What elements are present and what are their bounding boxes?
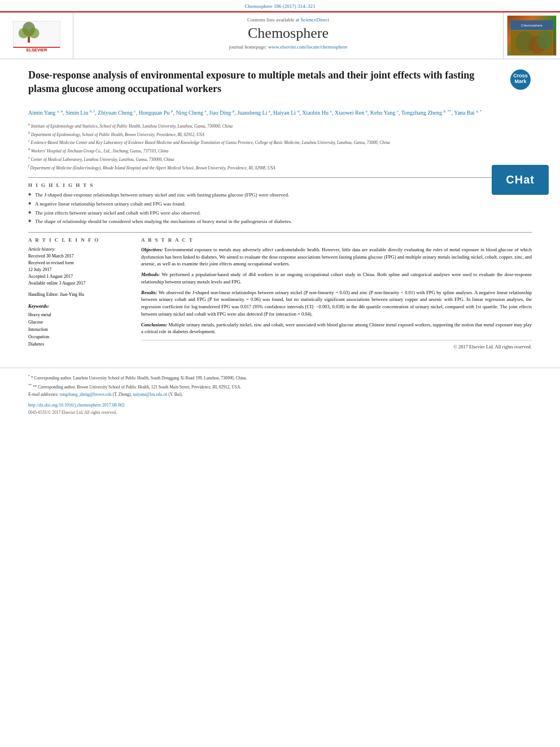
contents-line: Contents lists available at ScienceDirec…: [85, 17, 492, 23]
highlight-item-1: The J-shaped dose-response relationships…: [28, 191, 532, 199]
svg-point-13: [537, 30, 552, 49]
svg-point-2: [18, 28, 28, 38]
affiliation-c: c Evidence-Based Medicine Center and Key…: [28, 138, 532, 146]
highlight-item-4: The shape of relationship should be cons…: [28, 218, 532, 225]
keyword-1: Heavy metal: [28, 312, 130, 319]
corresponding-star: * * Corresponding author. Lanzhou Univer…: [28, 374, 532, 382]
highlight-item-2: A negative linear relationship between u…: [28, 200, 532, 208]
highlight-item-3: The joint effects between urinary nickel…: [28, 209, 532, 217]
available-date: Available online 3 August 2017: [28, 280, 130, 287]
svg-point-3: [29, 28, 39, 38]
svg-text:Mark: Mark: [514, 78, 527, 84]
handling-editor-group: Handling Editor: Jian-Ying Hu: [28, 291, 130, 298]
affiliations: a Institute of Epidemiology and Statisti…: [28, 122, 532, 171]
divider-1: [28, 177, 532, 178]
journal-header: ELSEVIER Contents lists available at Sci…: [0, 11, 560, 59]
results-text: We observed the J-shaped non-linear rela…: [141, 290, 532, 317]
homepage-text: journal homepage:: [229, 44, 268, 50]
affiliation-e: e Center of Medical Laboratory, Lanzhou …: [28, 155, 532, 163]
handling-editor: Handling Editor: Jian-Ying Hu: [28, 291, 130, 298]
abstract-conclusions: Conclusions: Multiple urinary metals, pa…: [141, 321, 532, 336]
highlights-label: H I G H L I G H T S: [28, 182, 532, 188]
revised-label: Received in revised form: [28, 260, 130, 267]
journal-thumbnail: Chemosphere: [507, 15, 557, 56]
received-date: Received 30 March 2017: [28, 253, 130, 260]
divider-2: [28, 232, 532, 233]
article-title: Dose-response analysis of environmental …: [28, 68, 504, 96]
revised-date: 12 July 2017: [28, 267, 130, 273]
title-text-area: Dose-response analysis of environmental …: [28, 68, 504, 102]
keywords-section: Keywords: Heavy metal Glucose Interactio…: [28, 303, 130, 348]
affiliation-b: b Department of Epidemiology, School of …: [28, 130, 532, 138]
affiliation-a: a Institute of Epidemiology and Statisti…: [28, 122, 532, 129]
article-info-label: A R T I C L E I N F O: [28, 237, 130, 243]
title-section: Dose-response analysis of environmental …: [28, 68, 532, 102]
science-direct-link[interactable]: ScienceDirect: [301, 17, 329, 23]
email-link-2[interactable]: naiyana@lzu.edu.cn: [133, 392, 167, 397]
history-group: Article history: Received 30 March 2017 …: [28, 246, 130, 287]
crossmark-logo[interactable]: Cross Mark: [509, 68, 532, 91]
affiliation-d: d Workers' Hospital of Jinchuan Group Co…: [28, 147, 532, 154]
two-column-section: A R T I C L E I N F O Article history: R…: [28, 237, 532, 350]
svg-text:Cross: Cross: [513, 73, 528, 78]
abstract-text: Objectives: Environmental exposure to me…: [141, 246, 532, 335]
methods-text: We performed a population-based study of…: [141, 272, 532, 285]
citation-text: Chemosphere 186 (2017) 314–321: [244, 3, 315, 9]
elsevier-logo-area: ELSEVIER: [0, 12, 73, 59]
article-info-column: A R T I C L E I N F O Article history: R…: [28, 237, 130, 350]
email-attribution-2: (Y. Bai).: [168, 392, 183, 397]
methods-label: Methods:: [141, 272, 160, 277]
footer: * * Corresponding author. Lanzhou Univer…: [0, 368, 560, 421]
journal-name: Chemosphere: [85, 25, 492, 42]
keyword-2: Glucose: [28, 319, 130, 326]
abstract-methods: Methods: We performed a population-based…: [141, 271, 532, 286]
results-label: Results:: [141, 290, 157, 295]
objectives-label: Objectives:: [141, 247, 163, 252]
highlights-section: H I G H L I G H T S The J-shaped dose-re…: [28, 182, 532, 225]
corresponding-double-text: ** Corresponding author. Brown Universit…: [33, 384, 241, 389]
journal-header-center: Contents lists available at ScienceDirec…: [73, 12, 504, 59]
highlights-list: The J-shaped dose-response relationships…: [28, 191, 532, 225]
doi-link[interactable]: http://dx.doi.org/10.1016/j.chemosphere.…: [28, 403, 125, 408]
journal-citation: Chemosphere 186 (2017) 314–321: [0, 0, 560, 11]
journal-thumbnail-area: Chemosphere: [504, 12, 560, 59]
main-content: Dose-response analysis of environmental …: [0, 59, 560, 362]
history-label: Article history:: [28, 246, 130, 253]
homepage-link[interactable]: www.elsevier.com/locate/chemosphere: [268, 44, 347, 50]
email-attribution-1: (T. Zheng),: [113, 392, 133, 397]
objectives-text: Environmental exposure to metals may adv…: [141, 247, 532, 267]
email-label: E-mail addresses:: [28, 392, 59, 397]
homepage-line: journal homepage: www.elsevier.com/locat…: [85, 44, 492, 50]
conclusions-text: Multiple urinary metals, particularly ni…: [141, 322, 532, 335]
accepted-date: Accepted 1 August 2017: [28, 273, 130, 280]
svg-text:ELSEVIER: ELSEVIER: [26, 47, 47, 53]
email-row: E-mail addresses: tongzhang_zheng@brown.…: [28, 391, 532, 398]
footer-notes: * * Corresponding author. Lanzhou Univer…: [28, 374, 532, 398]
article-info: Article history: Received 30 March 2017 …: [28, 246, 130, 298]
copyright-text: © 2017 Elsevier Ltd. All rights reserved…: [141, 340, 532, 350]
footer-links: http://dx.doi.org/10.1016/j.chemosphere.…: [28, 403, 532, 408]
corresponding-double: ** ** Corresponding author. Brown Univer…: [28, 383, 532, 391]
elsevier-logo-svg: ELSEVIER: [8, 19, 65, 53]
contents-text: Contents lists available at: [247, 17, 300, 23]
svg-text:Chemosphere: Chemosphere: [521, 24, 542, 27]
email-link[interactable]: tongzhang_zheng@brown.edu: [60, 392, 112, 397]
keywords-title: Keywords:: [28, 303, 130, 311]
chat-button[interactable]: CHat: [492, 165, 549, 195]
keyword-5: Diabetes: [28, 341, 130, 348]
issn-copyright: 0045-6535/© 2017 Elsevier Ltd. All right…: [28, 410, 532, 415]
abstract-column: A B S T R A C T Objectives: Environmenta…: [141, 237, 532, 350]
keyword-3: Interaction: [28, 326, 130, 334]
affiliation-f: f Department of Medicine (Endocrinology)…: [28, 164, 532, 171]
svg-rect-4: [28, 36, 30, 42]
abstract-label: A B S T R A C T: [141, 237, 532, 243]
keyword-4: Occupation: [28, 334, 130, 341]
authors-line: Aimin Yang a, b, Simin Liu b, f, Zhiyuan…: [28, 108, 532, 117]
abstract-results: Results: We observed the J-shaped non-li…: [141, 289, 532, 318]
conclusions-label: Conclusions:: [141, 322, 167, 327]
corresponding-star-text: * Corresponding author. Lanzhou Universi…: [31, 375, 247, 381]
abstract-objectives: Objectives: Environmental exposure to me…: [141, 246, 532, 268]
page: Chemosphere 186 (2017) 314–321 ELSEVIER …: [0, 0, 560, 747]
